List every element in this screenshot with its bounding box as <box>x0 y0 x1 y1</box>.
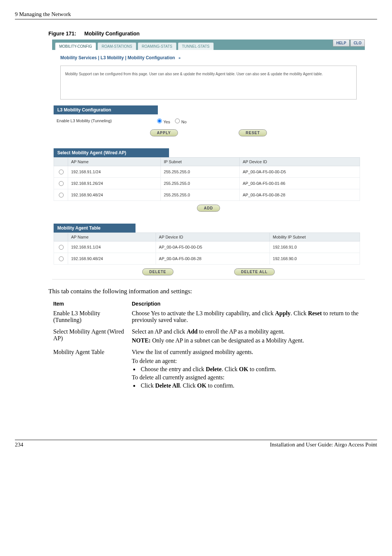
agent-table-radio[interactable] <box>59 245 64 250</box>
cell-device: AP_00-0A-F5-00-08-28 <box>156 253 270 265</box>
list-item: Click Delete All. Click OK to confirm. <box>139 382 362 389</box>
apply-button[interactable]: APPLY <box>150 129 178 136</box>
page-description-box: Mobility Support can be configured from … <box>60 66 357 99</box>
radio-no-label: No <box>181 120 187 124</box>
select-agent-table: AP Name IP Subnet AP Device ID 192.168.9… <box>54 157 360 201</box>
radio-yes-label: Yes <box>163 120 170 124</box>
select-agent-header-device: AP Device ID <box>240 158 360 166</box>
select-agent-radio[interactable] <box>59 193 64 198</box>
close-button[interactable]: CLO <box>350 40 365 47</box>
select-agent-button-row: ADD <box>52 202 365 218</box>
figure-title: Mobility Configuration <box>85 31 140 37</box>
tab-roam-stations[interactable]: ROAM-STATIONS <box>98 42 136 50</box>
body-intro-text: This tab contains the following informat… <box>48 288 377 295</box>
def-item-select-agent: Select Mobility Agent (Wired AP) <box>53 328 131 348</box>
select-agent-panel-title: Select Mobility Agent (Wired AP) <box>54 148 169 157</box>
select-agent-header-blank <box>54 158 68 166</box>
def-header-item: Item <box>53 300 131 309</box>
mobility-config-screenshot: MOBILITY-CONFIG ROAM-STATIONS ROAMING-ST… <box>52 40 365 279</box>
agent-table-radio[interactable] <box>59 256 64 261</box>
agent-table: AP Name AP Device ID Mobility IP Subnet … <box>54 233 360 265</box>
cell-device: AP_00-0A-F5-00-01-86 <box>240 178 360 189</box>
delete-all-button[interactable]: DELETE ALL <box>234 268 275 275</box>
table-row: 192.168.90.48/24 AP_00-0A-F5-00-08-28 19… <box>54 253 360 265</box>
agent-table-header-name: AP Name <box>68 233 156 241</box>
help-button-group: HELP CLO <box>332 40 365 47</box>
cell-subnet: 255.255.255.0 <box>161 166 240 178</box>
cell-device: AP_00-0A-F5-00-08-28 <box>240 189 360 201</box>
breadcrumb-text: Mobility Services | L3 Mobility | Mobili… <box>60 55 175 60</box>
page-footer: 234 Installation and User Guide: Airgo A… <box>15 440 377 448</box>
table-row: 192.168.90.48/24 255.255.255.0 AP_00-0A-… <box>54 189 360 201</box>
agent-table-header-device: AP Device ID <box>156 233 270 241</box>
breadcrumb-arrow-icon: » <box>178 56 181 60</box>
cell-subnet: 255.255.255.0 <box>161 178 240 189</box>
cell-subnet: 255.255.255.0 <box>161 189 240 201</box>
enable-l3-row: Enable L3 Mobility (Tunneling) Yes No <box>52 114 365 127</box>
cell-name: 192.168.91.1/24 <box>68 241 156 253</box>
page-number: 234 <box>15 442 23 448</box>
l3-config-panel-title: L3 Mobility Configuration <box>54 105 158 114</box>
reset-button[interactable]: RESET <box>239 129 267 136</box>
cell-name: 192.168.90.48/24 <box>68 189 161 201</box>
delete-button[interactable]: DELETE <box>142 268 173 275</box>
def-item-enable-l3: Enable L3 Mobility (Tunneling) <box>53 310 131 327</box>
table-row: 192.168.91.1/24 AP_00-0A-F5-00-00-D5 192… <box>54 241 360 253</box>
l3-button-row: APPLY RESET <box>52 127 365 143</box>
cell-name: 192.168.91.26/24 <box>68 178 161 189</box>
cell-device: AP_00-0A-F5-00-00-D5 <box>240 166 360 178</box>
cell-name: 192.168.90.48/24 <box>68 253 156 265</box>
table-row: 192.168.91.26/24 255.255.255.0 AP_00-0A-… <box>54 178 360 189</box>
cell-subnet: 192.168.91.0 <box>270 241 360 253</box>
tab-bar: MOBILITY-CONFIG ROAM-STATIONS ROAMING-ST… <box>52 40 365 50</box>
agent-table-panel-title: Mobility Agent Table <box>54 224 136 233</box>
footer-title: Installation and User Guide: Airgo Acces… <box>270 442 377 448</box>
tab-tunnel-stats[interactable]: TUNNEL-STATS <box>178 42 214 50</box>
tab-roaming-stats[interactable]: ROAMING-STATS <box>138 42 176 50</box>
select-agent-radio[interactable] <box>59 170 64 174</box>
def-desc-enable-l3: Choose Yes to activate the L3 mobility c… <box>131 310 369 327</box>
definitions-table: Item Description Enable L3 Mobility (Tun… <box>52 300 370 395</box>
figure-number: Figure 171: <box>48 31 76 37</box>
help-button[interactable]: HELP <box>333 40 350 47</box>
def-item-agent-table: Mobility Agent Table <box>53 348 131 394</box>
def-desc-select-agent: Select an AP and click Add to enroll the… <box>131 328 369 348</box>
agent-table-header-blank <box>54 233 68 241</box>
radio-no[interactable] <box>175 119 180 123</box>
figure-caption: Figure 171: Mobility Configuration <box>48 31 377 37</box>
breadcrumb: Mobility Services | L3 Mobility | Mobili… <box>52 50 365 66</box>
def-desc-agent-table: View the list of currently assigned mobi… <box>131 348 369 394</box>
select-agent-radio[interactable] <box>59 181 64 186</box>
tab-mobility-config[interactable]: MOBILITY-CONFIG <box>55 42 96 50</box>
cell-name: 192.168.91.1/24 <box>68 166 161 178</box>
cell-device: AP_00-0A-F5-00-00-D5 <box>156 241 270 253</box>
chapter-header: 9 Managing the Network <box>15 11 377 19</box>
def-header-desc: Description <box>131 300 369 309</box>
enable-l3-radio-group: Yes No <box>153 117 187 124</box>
select-agent-header-name: AP Name <box>68 158 161 166</box>
agent-table-header-subnet: Mobility IP Subnet <box>270 233 360 241</box>
list-item: Choose the entry and click Delete. Click… <box>139 366 362 373</box>
enable-l3-label: Enable L3 Mobility (Tunneling) <box>57 119 153 123</box>
radio-yes[interactable] <box>157 119 162 123</box>
select-agent-header-subnet: IP Subnet <box>161 158 240 166</box>
table-row: 192.168.91.1/24 255.255.255.0 AP_00-0A-F… <box>54 166 360 178</box>
agent-table-button-row: DELETE DELETE ALL <box>52 266 365 279</box>
cell-subnet: 192.168.90.0 <box>270 253 360 265</box>
add-button[interactable]: ADD <box>197 205 220 212</box>
